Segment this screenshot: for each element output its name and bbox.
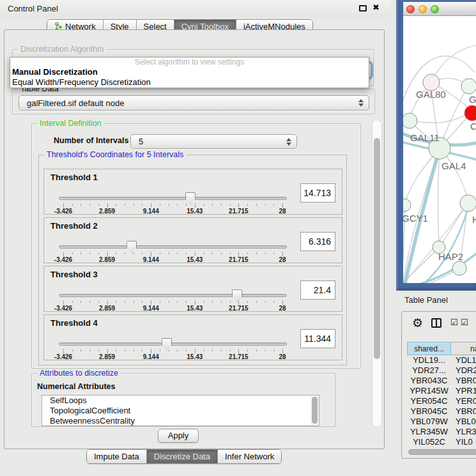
node-label: H	[472, 214, 476, 225]
table-data-value: galFiltered.sif default node	[19, 98, 355, 108]
table-row[interactable]: YBR043CYBR0	[407, 376, 476, 386]
node-bottom	[452, 261, 466, 275]
threshold-4-value-field[interactable]: 11.344	[300, 329, 335, 348]
node-h	[460, 195, 476, 211]
table-row[interactable]: YLR345WYLR3	[407, 427, 476, 437]
number-of-intervals-label: Number of Intervals	[54, 136, 128, 145]
node-table: shared... na YDL19...YDL1 YDR27...YDR2 Y…	[407, 342, 476, 447]
apply-button[interactable]: Apply	[158, 429, 199, 443]
gear-icon[interactable]: ⚙	[412, 316, 423, 330]
tab-infer-network[interactable]: Infer Network	[218, 450, 281, 463]
node-top-right	[461, 79, 476, 94]
list-item[interactable]: SelfLoops	[42, 395, 319, 406]
control-panel-titlebar: Control Panel ✖	[0, 0, 391, 17]
dropdown-option-manual[interactable]: Manual Discretization	[10, 67, 369, 77]
table-row[interactable]: YER054CYER0	[407, 396, 476, 406]
numerical-attributes-heading: Numerical Attributes	[37, 382, 115, 391]
mac-zoom-button[interactable]	[431, 5, 439, 13]
table-panel: ⚙ ☑ ☑ shared... na YDL19...YDL1 YDR27...…	[401, 311, 476, 459]
network-view-canvas[interactable]: GAL80 GA GAL11 C GAL4 GCY1 H HAP2	[403, 16, 476, 283]
mac-close-button[interactable]	[406, 5, 415, 13]
threshold-4-panel: Threshold 4 -3.4262.8599.14415.4321.7152…	[43, 314, 342, 360]
node-gal11	[403, 113, 417, 128]
number-of-intervals-combobox[interactable]: 5	[130, 134, 297, 149]
interval-definition-label: Interval Definition	[37, 119, 104, 128]
attributes-group: Attributes to discretize Numerical Attri…	[31, 373, 335, 427]
threshold-1-panel: Threshold 1 -3.4262.8599.14415.4321.7152…	[43, 169, 342, 215]
mac-minimize-button[interactable]	[418, 5, 427, 13]
list-item[interactable]: TopologicalCoefficient	[42, 406, 319, 416]
thresholds-group-label: Threshold's Coordinates for 5 Intervals	[44, 150, 186, 160]
close-icon[interactable]: ✖	[372, 3, 380, 12]
node-label: GCY1	[403, 213, 428, 224]
thresholds-group: Threshold's Coordinates for 5 Intervals …	[38, 155, 347, 365]
node-label: GAL80	[416, 89, 446, 100]
table-horizontal-scrollbar[interactable]	[407, 449, 476, 456]
dropdown-option-equal-width[interactable]: Equal Width/Frequency Discretization	[10, 77, 369, 88]
checkbox-icon[interactable]: ☑	[450, 318, 458, 327]
node-label: GA	[469, 94, 476, 105]
combo-arrows-icon	[283, 138, 295, 146]
table-panel-title: Table Panel	[404, 295, 448, 305]
table-data-combobox[interactable]: galFiltered.sif default node	[19, 95, 369, 111]
numerical-attributes-list[interactable]: SelfLoops TopologicalCoefficient Between…	[42, 395, 319, 426]
list-item[interactable]: BetweennessCentrality	[42, 416, 319, 426]
network-graph: GAL80 GA GAL11 C GAL4 GCY1 H HAP2	[403, 16, 476, 283]
node-gcy1	[403, 199, 411, 211]
table-row[interactable]: YIL052CYIL0	[407, 437, 476, 447]
threshold-3-value-field[interactable]: 21.4	[300, 280, 335, 300]
attributes-list-scrollbar[interactable]	[311, 396, 318, 425]
attributes-list-scrollbar-thumb[interactable]	[312, 397, 318, 424]
algorithm-dropdown-popup: Select algorithm to view settings Manual…	[10, 57, 369, 88]
table-panel-titlebar: Table Panel	[391, 291, 476, 309]
column-header-shared-name[interactable]: shared...	[407, 342, 451, 355]
table-row[interactable]: YDR27...YDR2	[407, 365, 476, 376]
cyni-toolbox-content: Discretization Algorithm Select algorith…	[4, 29, 385, 449]
threshold-3-panel: Threshold 3 -3.4262.8599.14415.4321.7152…	[43, 266, 342, 312]
panel-title: Control Panel	[8, 4, 58, 13]
table-row[interactable]: YPR145WYPR1	[407, 386, 476, 396]
table-header-row: shared... na	[407, 342, 476, 355]
dropdown-prompt: Select algorithm to view settings	[10, 58, 369, 67]
interval-definition-group: Interval Definition Number of Intervals …	[31, 123, 361, 369]
screenshot-root: Control Panel ✖ Network Style Select Cyn…	[0, 0, 476, 476]
number-of-intervals-value: 5	[131, 137, 283, 146]
columns-icon[interactable]	[431, 318, 441, 328]
node-label: HAP2	[438, 251, 463, 262]
table-horizontal-scrollbar-thumb[interactable]	[408, 449, 476, 455]
node-label: GAL11	[410, 132, 440, 143]
table-row[interactable]: YDL19...YDL1	[407, 355, 476, 365]
threshold-1-value-field[interactable]: 14.713	[300, 183, 335, 203]
threshold-2-panel: Threshold 2 -3.4262.8599.14415.4321.7152…	[43, 217, 342, 263]
table-row[interactable]: YBR045CYBR0	[407, 406, 476, 417]
node-label: GAL4	[441, 160, 466, 171]
tab-impute-data[interactable]: Impute Data	[87, 450, 147, 463]
network-window-frame: GAL80 GA GAL11 C GAL4 GCY1 H HAP2	[396, 0, 476, 291]
table-body: YDL19...YDL1 YDR27...YDR2 YBR043CYBR0 YP…	[407, 355, 476, 447]
network-window-titlebar	[403, 2, 476, 16]
discretization-algorithm-label: Discretization Algorithm	[18, 45, 107, 54]
node-label: C	[470, 121, 476, 132]
bottom-tabbar: Impute Data Discretize Data Infer Networ…	[86, 449, 282, 464]
settings-scrollbar[interactable]	[372, 119, 382, 427]
table-row[interactable]: YBL079WYBL0	[407, 417, 476, 427]
column-header-name[interactable]: na	[451, 342, 476, 355]
float-window-icon[interactable]	[359, 5, 367, 12]
settings-scrollbar-thumb[interactable]	[374, 138, 380, 359]
checkbox-icon[interactable]: ☑	[461, 318, 468, 327]
threshold-2-value-field[interactable]: 6.316	[300, 232, 335, 251]
attributes-group-label: Attributes to discretize	[37, 369, 121, 378]
combo-arrows-icon	[355, 99, 367, 107]
tab-discretize-data[interactable]: Discretize Data	[147, 450, 218, 463]
